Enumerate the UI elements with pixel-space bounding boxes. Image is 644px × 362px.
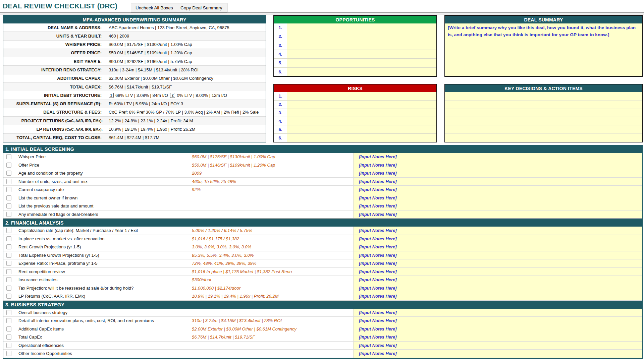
row-checkbox[interactable] xyxy=(6,335,11,340)
row-checkbox[interactable] xyxy=(6,203,11,208)
row-label: LP Returns (CoC, AAR, IRR, EMx) xyxy=(15,292,189,300)
risk-input-cell[interactable] xyxy=(287,134,436,142)
opportunity-input-cell[interactable] xyxy=(287,41,436,50)
notes-input-cell[interactable]: [Input Notes Here] xyxy=(353,325,642,333)
row-checkbox[interactable] xyxy=(6,187,11,192)
opportunity-input-cell[interactable] xyxy=(287,32,436,41)
row-checkbox[interactable] xyxy=(6,269,11,274)
risk-input-cell[interactable] xyxy=(287,92,436,100)
row-checkbox[interactable] xyxy=(6,253,11,258)
row-checkbox[interactable] xyxy=(6,212,11,217)
checkbox-cell xyxy=(3,169,15,177)
row-label: Number of units, sizes, and unit mix xyxy=(15,178,189,186)
notes-input-cell[interactable]: [Input Notes Here] xyxy=(353,259,642,267)
risk-input-cell[interactable] xyxy=(287,125,436,133)
notes-input-cell[interactable]: [Input Notes Here] xyxy=(353,243,642,251)
checklist-row: Detail all interior renovation plans, un… xyxy=(3,317,642,325)
row-checkbox[interactable] xyxy=(6,277,11,282)
row-label: Rent competition review xyxy=(15,268,189,276)
summary-row: PROJECT RETURNS(CoC, AAR, IRR, EMx): 12.… xyxy=(3,117,266,125)
summary-row: INTERIOR RENO STRATEGY: 310u | 3-24m | $… xyxy=(3,66,266,74)
row-checkbox[interactable] xyxy=(6,326,11,331)
underwriting-summary-rows: DEAL NAME & ADDRESS: ABC Apartment Homes… xyxy=(3,23,266,142)
notes-input-cell[interactable]: [Input Notes Here] xyxy=(353,268,642,276)
row-checkbox[interactable] xyxy=(6,261,11,266)
row-checkbox[interactable] xyxy=(6,310,11,315)
notes-input-cell[interactable]: [Input Notes Here] xyxy=(353,186,642,194)
row-label: Overall business strategy xyxy=(15,309,189,317)
row-checkbox[interactable] xyxy=(6,236,11,241)
risk-input-cell[interactable] xyxy=(287,101,436,109)
action-item-line[interactable] xyxy=(445,109,642,117)
notes-input-cell[interactable]: [Input Notes Here] xyxy=(353,342,642,350)
row-checkbox[interactable] xyxy=(6,195,11,200)
row-checkbox[interactable] xyxy=(6,343,11,348)
row-label: Insurance estimates xyxy=(15,276,189,284)
row-checkbox[interactable] xyxy=(6,228,11,233)
notes-input-cell[interactable]: [Input Notes Here] xyxy=(353,153,642,161)
opportunity-input-cell[interactable] xyxy=(287,23,436,32)
checklist-row: In-place rents vs. market vs. after reno… xyxy=(3,235,642,243)
opportunities-rows: 1. 2. 3. 4. 5. xyxy=(274,23,436,76)
checklist-row: Total CapEx $6.76M | $14.7k/unit | $19.7… xyxy=(3,333,642,342)
notes-input-cell[interactable]: [Input Notes Here] xyxy=(353,194,642,202)
row-checkbox[interactable] xyxy=(6,171,11,176)
opportunity-number: 4. xyxy=(274,50,287,58)
page-title: DEAL REVIEW CHECKLIST (DRC) xyxy=(3,2,117,10)
checklist-row: Additional CapEx Items $2.00M Exterior |… xyxy=(3,325,642,334)
summary-row-value: $90.0M | $262/SF | $196k/unit | 5.75% Ca… xyxy=(105,57,266,65)
notes-input-cell[interactable]: [Input Notes Here] xyxy=(353,251,642,259)
notes-input-cell[interactable]: [Input Notes Here] xyxy=(353,292,642,300)
row-checkbox[interactable] xyxy=(6,351,11,356)
risk-input-cell[interactable] xyxy=(287,117,436,125)
row-checkbox[interactable] xyxy=(6,154,11,159)
checklist-row: Overall business strategy [Input Notes H… xyxy=(3,309,642,317)
copy-deal-summary-button[interactable]: Copy Deal Summary xyxy=(176,3,227,12)
action-item-line[interactable] xyxy=(445,101,642,109)
checklist-row: Expense Ratio: In-Place, profroma yr 1-5… xyxy=(3,259,642,268)
notes-input-cell[interactable]: [Input Notes Here] xyxy=(353,309,642,317)
notes-input-cell[interactable]: [Input Notes Here] xyxy=(353,284,642,292)
row-checkbox[interactable] xyxy=(6,286,11,291)
section-header-financial-analysis: 2. FINANCIAL ANALYSIS xyxy=(3,219,642,227)
uncheck-all-boxes-button[interactable]: Uncheck All Boxes xyxy=(131,3,178,12)
row-checkbox[interactable] xyxy=(6,244,11,249)
summary-row-value: $6.76M | $14.7k/unit | $19.71/SF xyxy=(105,83,266,91)
notes-input-cell[interactable]: [Input Notes Here] xyxy=(353,350,642,358)
notes-input-cell[interactable]: [Input Notes Here] xyxy=(353,161,642,169)
notes-input-cell[interactable]: [Input Notes Here] xyxy=(353,317,642,325)
row-label: Expense Ratio: In-Place, profroma yr 1-5 xyxy=(15,259,189,267)
deal-summary-input[interactable]: [Write a brief summary why you like this… xyxy=(445,23,642,76)
notes-input-cell[interactable]: [Input Notes Here] xyxy=(353,169,642,177)
risk-input-cell[interactable] xyxy=(287,109,436,117)
summary-row-value: $50.0M | $146/SF | $109k/unit | 1.20% Ca… xyxy=(105,49,266,57)
opportunity-number: 5. xyxy=(274,59,287,67)
action-item-line[interactable] xyxy=(445,134,642,142)
opportunity-input-cell[interactable] xyxy=(287,68,436,76)
row-checkbox[interactable] xyxy=(6,294,11,299)
opportunity-input-cell[interactable] xyxy=(287,59,436,67)
risk-number: 2. xyxy=(274,101,287,109)
row-checkbox[interactable] xyxy=(6,179,11,184)
row-label: Rent Growth Projections (yr 1-5) xyxy=(15,243,189,251)
notes-input-cell[interactable]: [Input Notes Here] xyxy=(353,235,642,243)
summary-row-label: PROJECT RETURNS(CoC, AAR, IRR, EMx): xyxy=(3,117,105,125)
opportunity-input-cell[interactable] xyxy=(287,50,436,58)
action-item-line[interactable] xyxy=(445,125,642,134)
risk-row: 5. xyxy=(274,125,436,134)
notes-input-cell[interactable]: [Input Notes Here] xyxy=(353,333,642,341)
row-value: $2.00M Exterior | $0.00M Other | $0.61M … xyxy=(189,325,353,333)
row-checkbox[interactable] xyxy=(6,318,11,323)
notes-input-cell[interactable]: [Input Notes Here] xyxy=(353,276,642,284)
summary-row-value: 12.2% | 24.8% | 23.1% | 2.24x | Profit: … xyxy=(105,117,266,125)
checkbox-cell xyxy=(3,259,15,267)
checkbox-cell xyxy=(3,251,15,259)
row-checkbox[interactable] xyxy=(6,163,11,168)
action-item-line[interactable] xyxy=(445,92,642,101)
notes-input-cell[interactable]: [Input Notes Here] xyxy=(353,202,642,210)
notes-input-cell[interactable]: [Input Notes Here] xyxy=(353,210,642,219)
notes-input-cell[interactable]: [Input Notes Here] xyxy=(353,178,642,186)
action-item-line[interactable] xyxy=(445,117,642,125)
notes-input-cell[interactable]: [Input Notes Here] xyxy=(353,227,642,235)
checklist-row: List the current owner if known [Input N… xyxy=(3,194,642,202)
